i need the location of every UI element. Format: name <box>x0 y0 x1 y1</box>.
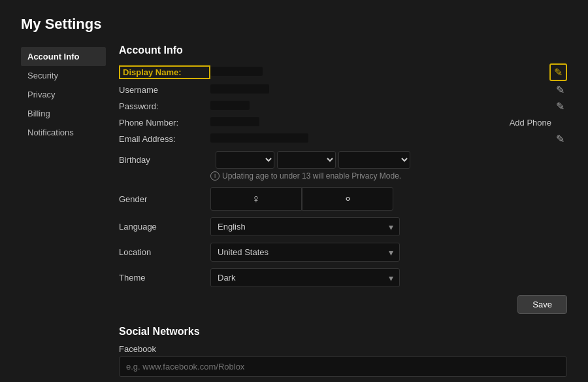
add-phone-label: Add Phone <box>510 118 551 128</box>
privacy-note: i Updating age to under 13 will enable P… <box>210 171 567 181</box>
language-label: Language <box>119 222 210 232</box>
email-redacted <box>210 133 308 143</box>
info-icon: i <box>210 171 220 181</box>
display-name-edit-button[interactable]: ✎ <box>549 63 567 81</box>
language-select[interactable]: English Spanish French German Portuguese <box>210 217 400 236</box>
gender-label: Gender <box>119 194 210 204</box>
password-label: Password: <box>119 101 210 111</box>
phone-redacted <box>210 117 259 126</box>
birthday-day-select[interactable] <box>277 151 336 169</box>
username-value <box>210 84 567 95</box>
gender-buttons: ♀ ⚬ <box>210 187 567 211</box>
display-name-row: Display Name: ✎ <box>119 65 567 79</box>
gender-male-button[interactable]: ♀ <box>210 187 302 211</box>
birthday-year-select[interactable] <box>338 151 410 169</box>
birthday-month-select[interactable] <box>216 151 274 169</box>
facebook-field: Facebook <box>119 344 567 377</box>
language-row: Language English Spanish French German P… <box>119 217 567 236</box>
sidebar-item-account-info[interactable]: Account Info <box>21 47 106 66</box>
theme-label: Theme <box>119 273 210 283</box>
language-dropdown-wrapper: English Spanish French German Portuguese <box>210 217 400 236</box>
phone-row: Phone Number: Add Phone <box>119 117 567 128</box>
account-info-section-title: Account Info <box>119 44 567 56</box>
password-row: Password: ✎ <box>119 101 567 112</box>
sidebar-item-billing[interactable]: Billing <box>21 104 106 123</box>
birthday-label: Birthday <box>119 155 210 165</box>
email-edit-button[interactable]: ✎ <box>553 131 567 147</box>
theme-row: Theme Dark Light <box>119 268 567 287</box>
content-area: Account Info Display Name: ✎ Username ✎ … <box>106 44 567 382</box>
email-row: Email Address: ✎ <box>119 133 567 145</box>
username-redacted <box>210 84 269 94</box>
birthday-inputs <box>216 151 410 169</box>
sidebar-item-security[interactable]: Security <box>21 66 106 85</box>
theme-select[interactable]: Dark Light <box>210 268 400 287</box>
facebook-label: Facebook <box>119 344 567 354</box>
theme-dropdown-wrapper: Dark Light <box>210 268 400 287</box>
save-row: Save <box>119 295 567 314</box>
display-name-label: Display Name: <box>119 65 210 79</box>
email-label: Email Address: <box>119 134 210 144</box>
sidebar-item-notifications[interactable]: Notifications <box>21 123 106 142</box>
location-dropdown-wrapper: United States United Kingdom Canada Aust… <box>210 243 400 262</box>
phone-label: Phone Number: <box>119 118 210 128</box>
gender-row: Gender ♀ ⚬ <box>119 187 567 211</box>
display-name-redacted <box>210 67 263 76</box>
password-edit-button[interactable]: ✎ <box>553 99 567 114</box>
save-button[interactable]: Save <box>517 295 567 314</box>
theme-control: Dark Light <box>210 268 567 287</box>
email-value <box>210 133 567 145</box>
sidebar-item-privacy[interactable]: Privacy <box>21 85 106 104</box>
password-redacted <box>210 101 250 110</box>
display-name-value <box>210 67 567 78</box>
username-label: Username <box>119 85 210 95</box>
location-row: Location United States United Kingdom Ca… <box>119 243 567 262</box>
gender-female-button[interactable]: ⚬ <box>302 187 393 211</box>
social-networks-title: Social Networks <box>119 326 567 338</box>
password-value <box>210 101 567 112</box>
username-edit-button[interactable]: ✎ <box>553 82 567 97</box>
facebook-input[interactable] <box>119 356 567 377</box>
location-label: Location <box>119 247 210 257</box>
page-title: My Settings <box>21 16 567 33</box>
language-control: English Spanish French German Portuguese <box>210 217 567 236</box>
birthday-row: Birthday <box>119 151 567 169</box>
location-select[interactable]: United States United Kingdom Canada Aust… <box>210 243 400 262</box>
location-control: United States United Kingdom Canada Aust… <box>210 243 567 262</box>
sidebar: Account Info Security Privacy Billing No… <box>21 44 106 382</box>
username-row: Username ✎ <box>119 84 567 95</box>
